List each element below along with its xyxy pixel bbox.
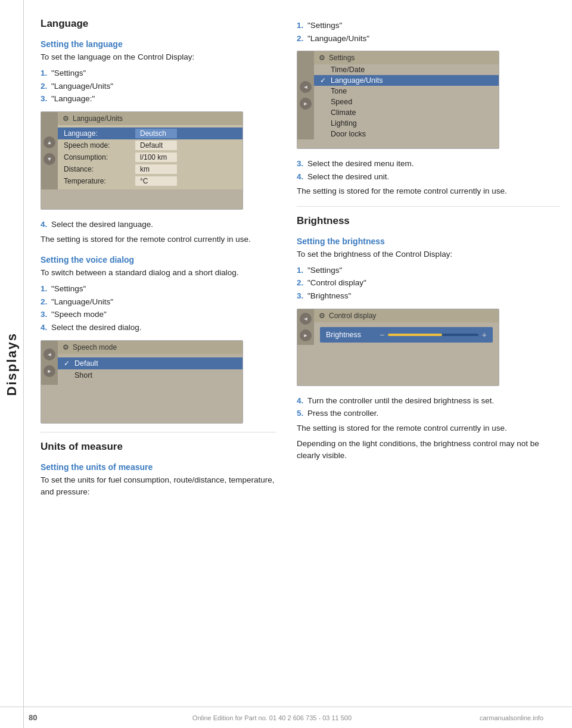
voice-step-4: 4. Select the desired dialog. — [41, 321, 276, 334]
brightness-step-2: 2. "Control display" — [297, 276, 560, 290]
speech-screen-main: ⚙ Speech mode ✓ Default ✓ Short — [58, 341, 243, 385]
sidebar: Displays — [0, 0, 24, 728]
left-column: Language Setting the language To set the… — [41, 17, 291, 502]
page-number: 80 — [29, 713, 64, 722]
right-column: 1. "Settings" 2. "Language/Units" ◄ ► ⚙ … — [291, 17, 560, 502]
footer-edition-text: Online Edition for Part no. 01 40 2 606 … — [64, 714, 480, 721]
speech-row-short[interactable]: ✓ Short — [58, 369, 243, 381]
brightness-note2: Depending on the light conditions, the b… — [297, 438, 560, 462]
speech-mode-screen: ◄ ► ⚙ Speech mode ✓ Default ✓ — [41, 340, 243, 424]
brightness-steps-after: 4. Turn the controller until the desired… — [297, 394, 560, 420]
voice-steps-list: 1. "Settings" 2. "Language/Units" 3. "Sp… — [41, 282, 276, 334]
divider-brightness — [297, 206, 560, 207]
language-step-4: 4. Select the desired language. — [41, 218, 276, 231]
brightness-plus-icon[interactable]: + — [482, 330, 487, 340]
control-screen-main: ⚙ Control display Brightness − + — [314, 309, 499, 345]
brightness-steps: 1. "Settings" 2. "Control display" 3. "B… — [297, 264, 560, 303]
brightness-step-5: 5. Press the controller. — [297, 407, 560, 420]
settings-arrow-left[interactable]: ◄ — [300, 81, 312, 93]
intro-voice: To switch between a standard dialog and … — [41, 267, 276, 279]
brightness-control-row[interactable]: Brightness − + — [320, 327, 493, 343]
subsection-title-brightness: Setting the brightness — [297, 237, 560, 246]
voice-step-2: 2. "Language/Units" — [41, 295, 276, 309]
footer-watermark: carmanualsonline.info — [480, 714, 543, 721]
subsection-title-language: Setting the language — [41, 39, 276, 49]
settings-row-timedate[interactable]: ✓ Time/Date — [314, 64, 499, 75]
control-arrow-left[interactable]: ◄ — [300, 313, 312, 325]
settings-row-doorlocks[interactable]: ✓ Door locks — [314, 129, 499, 139]
arrow-down-btn[interactable]: ▼ — [43, 153, 55, 165]
speech-arrow-up[interactable]: ◄ — [43, 349, 55, 360]
lang-row-speech[interactable]: Speech mode: Default — [58, 139, 243, 151]
divider-units — [41, 432, 276, 433]
lang-row-language[interactable]: Language: Deutsch — [58, 127, 243, 139]
lang-row-distance[interactable]: Distance: km — [58, 163, 243, 175]
speech-arrow-controls: ◄ ► — [41, 341, 58, 385]
brightness-step-1: 1. "Settings" — [297, 264, 560, 277]
intro-language: To set the language on the Control Displ… — [41, 51, 276, 63]
subsection-title-units: Setting the units of measure — [41, 462, 276, 472]
settings-row-tone[interactable]: ✓ Tone — [314, 86, 499, 97]
lang-screen-content: Language: Deutsch Speech mode: Default C… — [58, 125, 243, 189]
check-icon-language-units: ✓ — [320, 76, 326, 85]
sidebar-label: Displays — [4, 332, 20, 396]
settings-row-language[interactable]: ✓ Language/Units — [314, 75, 499, 86]
speech-screen-inner: ◄ ► ⚙ Speech mode ✓ Default ✓ — [41, 341, 243, 385]
control-screen-header: ⚙ Control display — [314, 309, 499, 322]
screen-main-area: ⚙ Language/Units Language: Deutsch Speec… — [58, 112, 243, 189]
brightness-note1: The setting is stored for the remote con… — [297, 422, 560, 434]
brightness-minus-icon[interactable]: − — [380, 330, 384, 340]
section-title-brightness: Brightness — [297, 215, 560, 227]
main-content: Language Setting the language To set the… — [29, 0, 572, 525]
brightness-label: Brightness — [326, 331, 380, 339]
settings-screen-inner: ◄ ► ⚙ Settings ✓ Time/Date ✓ — [297, 51, 499, 139]
settings-screen: ◄ ► ⚙ Settings ✓ Time/Date ✓ — [297, 51, 499, 149]
arrow-up-btn[interactable]: ▲ — [43, 136, 55, 148]
speech-row-default[interactable]: ✓ Default — [58, 357, 243, 369]
speech-arrow-down[interactable]: ► — [43, 365, 55, 377]
control-arrow-controls: ◄ ► — [297, 309, 314, 345]
settings-arrow-right[interactable]: ► — [300, 98, 312, 110]
units-steps-after-screen: 3. Select the desired menu item. 4. Sele… — [297, 157, 560, 183]
language-step-1: 1. "Settings" — [41, 67, 276, 80]
footer: 80 Online Edition for Part no. 01 40 2 6… — [0, 707, 572, 728]
control-screen-inner: ◄ ► ⚙ Control display Brightness − — [297, 309, 499, 345]
control-arrow-right[interactable]: ► — [300, 329, 312, 341]
subsection-title-voice: Setting the voice dialog — [41, 255, 276, 265]
brightness-step-4: 4. Turn the controller until the desired… — [297, 394, 560, 407]
language-step-3: 3. "Language:" — [41, 92, 276, 105]
screen-arrow-controls: ▲ ▼ — [41, 112, 58, 189]
units-step-2: 2. "Language/Units" — [297, 32, 560, 45]
voice-step-3: 3. "Speech mode" — [41, 308, 276, 321]
speech-screen-content: ✓ Default ✓ Short — [58, 354, 243, 385]
settings-row-climate[interactable]: ✓ Climate — [314, 107, 499, 118]
voice-step-1: 1. "Settings" — [41, 282, 276, 295]
section-title-language: Language — [41, 18, 276, 30]
lang-row-consumption[interactable]: Consumption: l/100 km — [58, 151, 243, 163]
settings-screen-header: ⚙ Settings — [314, 51, 499, 64]
settings-row-speed[interactable]: ✓ Speed — [314, 97, 499, 107]
language-step4-list: 4. Select the desired language. — [41, 218, 276, 231]
language-units-screen: ▲ ▼ ⚙ Language/Units Language: Deutsch — [41, 111, 243, 210]
brightness-bar-container: − + — [380, 330, 487, 340]
section-title-units: Units of measure — [41, 441, 276, 453]
settings-screen-content: ✓ Time/Date ✓ Language/Units ✓ Tone ✓ — [314, 64, 499, 139]
language-step-2: 2. "Language/Units" — [41, 80, 276, 93]
brightness-bar — [388, 334, 478, 336]
control-display-screen: ◄ ► ⚙ Control display Brightness − — [297, 309, 499, 386]
lang-row-temperature[interactable]: Temperature: °C — [58, 175, 243, 187]
settings-arrow-controls: ◄ ► — [297, 51, 314, 139]
units-step-1: 1. "Settings" — [297, 19, 560, 32]
units-step-3: 3. Select the desired menu item. — [297, 157, 560, 170]
units-step-4: 4. Select the desired unit. — [297, 170, 560, 183]
units-note: The setting is stored for the remote con… — [297, 185, 560, 197]
language-steps-list: 1. "Settings" 2. "Language/Units" 3. "La… — [41, 67, 276, 105]
lang-screen-header: ⚙ Language/Units — [58, 112, 243, 125]
settings-screen-main: ⚙ Settings ✓ Time/Date ✓ Language/Units — [314, 51, 499, 139]
gear-icon-speech: ⚙ — [63, 343, 69, 351]
settings-row-lighting[interactable]: ✓ Lighting — [314, 118, 499, 129]
units-right-steps: 1. "Settings" 2. "Language/Units" — [297, 19, 560, 45]
speech-screen-header: ⚙ Speech mode — [58, 341, 243, 354]
check-icon-default: ✓ — [64, 359, 70, 368]
screen-inner: ▲ ▼ ⚙ Language/Units Language: Deutsch — [41, 112, 243, 189]
